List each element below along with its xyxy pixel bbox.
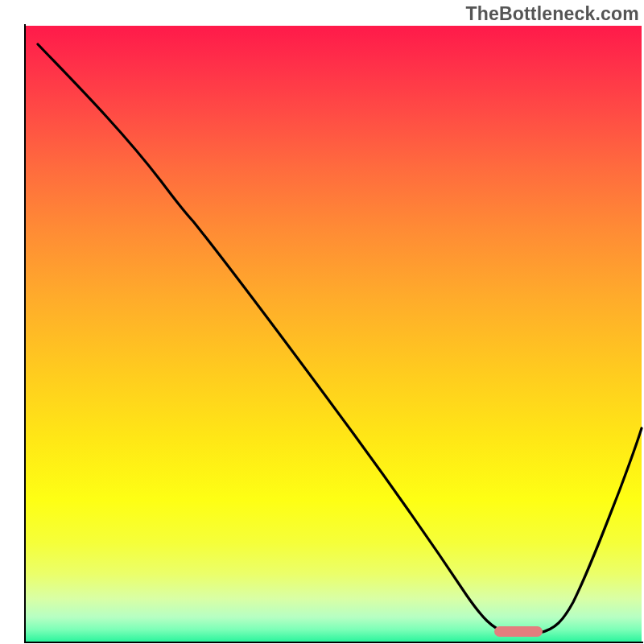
x-axis [24, 642, 643, 643]
optimal-range-marker [494, 626, 543, 637]
chart-canvas: TheBottleneck.com [0, 0, 644, 644]
watermark-text: TheBottleneck.com [465, 3, 639, 25]
plot-background [26, 26, 642, 642]
y-axis [24, 24, 26, 643]
